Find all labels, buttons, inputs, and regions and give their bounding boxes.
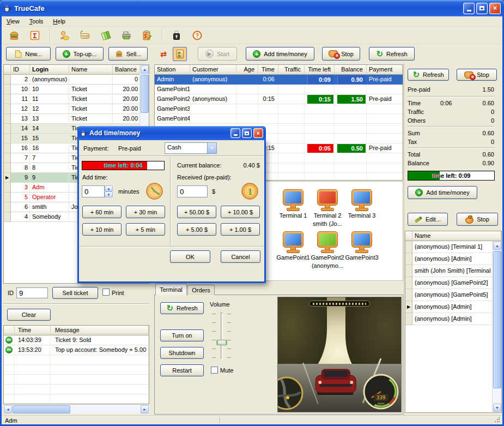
edit-button[interactable]: Edit... <box>408 213 448 226</box>
scroll-right-button[interactable]: ► <box>141 405 149 413</box>
add-1-button[interactable]: + 1.00 $ <box>221 223 260 236</box>
session-stop-button[interactable]: ×Stop <box>457 69 497 81</box>
scroll-up-button[interactable]: ▲ <box>141 65 149 74</box>
help-icon[interactable]: ? <box>190 28 204 43</box>
dialog-maximize-button[interactable] <box>242 128 252 138</box>
table-row[interactable]: 1111Ticket20.00 <box>4 94 149 104</box>
table-row[interactable]: 1313Ticket20.00 <box>4 114 149 124</box>
stop-session-button[interactable]: Stop <box>457 213 498 226</box>
session-refresh-button[interactable]: ↻Refresh <box>408 69 449 81</box>
stations-header-customer[interactable]: Customer <box>190 65 236 75</box>
add-5-button[interactable]: + 5.00 $ <box>177 223 216 236</box>
terminal-icon[interactable]: GamePoint3 <box>344 231 380 262</box>
terminal-icon[interactable]: Terminal 1 <box>275 189 311 220</box>
spin-down-icon[interactable]: ▼ <box>105 191 113 197</box>
scrollbar-thumb[interactable] <box>493 251 501 388</box>
station-row-selected[interactable]: Admin(anonymous)0:06 0:09 0.90 Pre-paid <box>155 75 403 85</box>
restart-button[interactable]: Restart <box>160 364 204 376</box>
stop-button[interactable]: ×Stop <box>322 47 360 61</box>
add-30-min-button[interactable]: + 30 min <box>126 206 165 218</box>
lock-icon[interactable] <box>169 28 184 43</box>
add-5-min-button[interactable]: + 5 min <box>126 223 165 236</box>
log-row[interactable]: OK14:03:39Ticket 9: Sold <box>4 335 149 345</box>
stations-header-station[interactable]: Station <box>155 65 190 75</box>
topup-button[interactable]: +Top-up... <box>56 47 104 61</box>
volume-slider-thumb[interactable] <box>216 340 227 345</box>
resize-grip[interactable] <box>494 417 500 423</box>
chevron-down-icon[interactable]: ▼ <box>207 143 216 153</box>
menu-help[interactable]: Help <box>48 17 70 25</box>
tariff-tag-icon[interactable]: 100 <box>78 28 92 43</box>
terminal-icon[interactable]: Terminal 3 <box>344 189 380 220</box>
details-view-button[interactable] <box>173 47 187 61</box>
dialog-close-button[interactable]: × <box>253 128 263 138</box>
session-name-row[interactable]: (anonymous) [GamePoint5] <box>405 289 501 301</box>
tasks-clipboard-icon[interactable] <box>140 28 154 43</box>
names-scrollbar[interactable]: ▲ ▼ <box>492 241 501 412</box>
sell-burger-icon[interactable] <box>7 28 21 43</box>
ticket-id-input[interactable] <box>16 287 48 298</box>
terminal-icon[interactable]: Terminal 2smith (Jo... <box>309 189 345 227</box>
print-checkbox[interactable] <box>102 289 110 296</box>
scroll-left-button[interactable]: ◄ <box>4 405 12 413</box>
session-name-row-current[interactable]: ▶(anonymous) [Admin] <box>405 301 501 313</box>
menu-view[interactable]: View <box>2 17 25 25</box>
session-name-row[interactable]: smith (John Smith) [Terminal 2] <box>405 265 501 277</box>
scrollbar-thumb[interactable] <box>13 405 70 413</box>
add-10-min-button[interactable]: + 10 min <box>82 223 122 236</box>
stations-header-timeleft[interactable]: Time left <box>305 65 335 75</box>
minutes-input[interactable] <box>82 185 105 197</box>
session-name-row[interactable]: (anonymous) [Admin] <box>405 313 501 325</box>
turn-on-button[interactable]: Turn on <box>160 329 204 341</box>
table-row[interactable]: 1010Ticket20.00 <box>4 85 149 94</box>
stations-header-traffic[interactable]: Traffic <box>278 65 305 75</box>
session-name-row[interactable]: (anonymous) [GamePoint2] <box>405 277 501 289</box>
terminal-icon[interactable]: GamePoint1 <box>275 231 311 262</box>
table-row[interactable]: 1212Ticket20.00 <box>4 104 149 114</box>
add-10-button[interactable]: + 10.00 $ <box>221 206 260 218</box>
printer-icon[interactable] <box>119 28 133 43</box>
scrollbar-thumb[interactable] <box>141 75 149 113</box>
log-header-time[interactable]: Time <box>15 326 51 335</box>
ok-button[interactable]: OK <box>170 250 210 263</box>
scroll-up-button[interactable]: ▲ <box>493 242 501 250</box>
station-row[interactable]: GamePoint1 <box>155 85 403 94</box>
maximize-button[interactable] <box>476 3 488 14</box>
session-name-row[interactable]: (anonymous) [Admin] <box>405 253 501 265</box>
log-header-message[interactable]: Message <box>51 326 149 335</box>
add-time-money-button[interactable]: +Add time/money <box>246 47 314 61</box>
menu-tools[interactable]: Tools <box>25 17 48 25</box>
payment-method-select[interactable]: Cash ▼ <box>165 142 217 154</box>
cancel-button[interactable]: Cancel <box>221 250 260 263</box>
station-row[interactable]: GamePoint2(anonymous)0:15 0:15 1.50 Pre-… <box>155 94 403 104</box>
received-input[interactable] <box>177 185 208 197</box>
sell-button[interactable]: Sell... <box>108 47 148 61</box>
session-add-time-money-button[interactable]: +Add time/money <box>408 186 477 199</box>
mute-checkbox[interactable] <box>211 367 218 374</box>
report-sigma-icon[interactable]: Σ <box>28 28 42 43</box>
stations-header-age[interactable]: Age <box>236 65 258 75</box>
close-button[interactable]: × <box>489 3 501 14</box>
start-button[interactable]: ▶Start <box>198 47 237 61</box>
station-row[interactable]: GamePoint3 <box>155 104 403 114</box>
accounts-header-name[interactable]: Name <box>69 65 113 75</box>
stations-header-balance[interactable]: Balance <box>335 65 367 75</box>
terminal-icon[interactable]: GamePoint2(anonymo... <box>309 231 345 269</box>
accounts-header-id[interactable]: ID <box>11 65 30 75</box>
minutes-stepper[interactable]: ▲ ▼ <box>105 185 113 197</box>
tab-terminal[interactable]: Terminal <box>155 284 187 295</box>
add-60-min-button[interactable]: + 60 min <box>82 206 122 218</box>
tickets-icon[interactable] <box>99 28 113 43</box>
table-row[interactable]: 2(anonymous)0 <box>4 75 149 85</box>
volume-slider[interactable] <box>221 313 223 359</box>
log-row[interactable]: OK13:53:20Top up account: Somebody + 5.0… <box>4 345 149 355</box>
session-name-row[interactable]: (anonymous) [Terminal 1] <box>405 241 501 253</box>
tab-orders[interactable]: Orders <box>187 285 215 295</box>
customer-account-icon[interactable] <box>57 28 71 43</box>
scroll-down-button[interactable]: ▼ <box>493 404 501 412</box>
sell-ticket-button[interactable]: Sell ticket <box>52 287 98 299</box>
stations-header-payment[interactable]: Payment <box>367 65 403 75</box>
switch-view-button[interactable]: ⇄ <box>156 47 171 61</box>
shutdown-button[interactable]: Shutdown <box>160 347 204 359</box>
dialog-minimize-button[interactable] <box>230 128 240 138</box>
